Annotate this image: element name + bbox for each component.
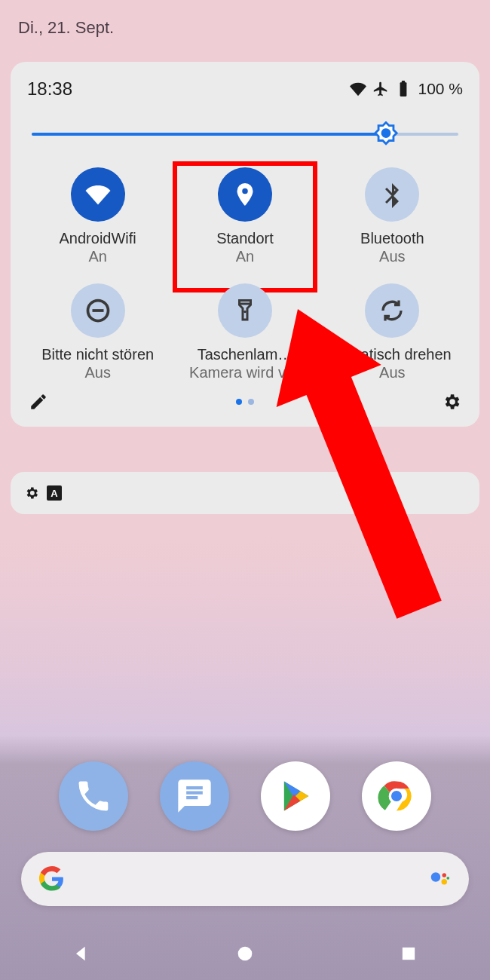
tile-label: Bitte nicht stören [41,345,154,363]
google-logo-icon [39,866,65,892]
assistant-icon [428,868,451,890]
tile-circle [218,283,272,338]
home-icon[interactable] [234,943,256,964]
chrome-icon [377,776,416,816]
airplane-icon [372,81,389,97]
brightness-icon [373,121,399,147]
svg-point-20 [238,947,253,961]
bluetooth-icon [378,181,406,208]
page-indicator [236,399,254,405]
location-icon [231,181,259,208]
wifi-icon [84,181,112,208]
tile-label: Taschenlam… [198,345,293,363]
rotate-icon [378,297,406,324]
battery-percent-label: 100 % [418,80,463,98]
quick-settings-panel: 18:38 100 % AndroidWifi An [11,62,479,427]
tile-wifi[interactable]: AndroidWifi An [24,163,171,270]
recents-icon[interactable] [398,943,419,964]
google-search-bar[interactable] [21,852,469,906]
svg-rect-0 [400,82,407,96]
dock [0,761,490,831]
wifi-icon [350,81,366,97]
messages-icon [175,776,214,816]
app-phone[interactable] [59,761,128,831]
tile-circle [71,283,125,338]
svg-rect-1 [402,81,405,83]
dnd-icon [84,297,112,324]
android-navbar [0,927,490,980]
slider-fill [32,133,386,136]
status-icons: 100 % [350,80,463,98]
clock-label: 18:38 [27,78,72,100]
tile-label: Standort [216,229,274,247]
tile-circle [365,283,419,338]
svg-marker-19 [76,947,85,961]
notification-strip[interactable]: A [11,472,479,514]
tile-label: AndroidWifi [60,229,136,247]
tile-autorotate[interactable]: …matisch drehen Aus [319,279,466,386]
play-icon [276,776,315,816]
tile-state: Aus [379,247,405,265]
tile-state: An [88,247,106,265]
svg-point-3 [381,128,390,138]
svg-rect-21 [402,948,414,960]
tile-bluetooth[interactable]: Bluetooth Aus [319,163,466,270]
tile-state: An [236,247,254,265]
slider-thumb[interactable] [373,121,399,147]
gear-icon [24,485,39,501]
panel-footer [24,386,466,421]
svg-point-7 [243,311,247,314]
tile-state: Aus [379,363,405,381]
battery-icon [395,81,412,97]
app-playstore[interactable] [261,761,330,831]
tile-state: Aus [84,363,110,381]
app-messages[interactable] [160,761,229,831]
tile-label: …matisch drehen [333,345,452,363]
page-dot [236,399,242,405]
svg-point-16 [443,873,447,877]
tile-state: Kamera wird v… [189,363,301,381]
tile-circle [218,167,272,222]
gear-icon[interactable] [442,392,461,412]
tile-circle [365,167,419,222]
back-icon[interactable] [71,943,92,964]
tiles-grid: AndroidWifi An Standort An Bluetooth Aus… [24,163,466,386]
tile-flashlight[interactable]: Taschenlam… Kamera wird v… [171,279,318,386]
flashlight-icon [231,297,259,324]
page-dot [248,399,254,405]
phone-icon [74,776,113,816]
date-label: Di., 21. Sept. [18,18,114,38]
svg-point-15 [431,872,441,882]
edit-icon[interactable] [29,392,48,412]
tile-circle [71,167,125,222]
app-chrome[interactable] [362,761,431,831]
tile-dnd[interactable]: Bitte nicht stören Aus [24,279,171,386]
tile-location[interactable]: Standort An [171,163,318,270]
svg-point-18 [446,877,449,880]
tile-label: Bluetooth [360,229,424,247]
keyboard-icon: A [47,485,62,501]
status-bar: 18:38 100 % [24,75,466,113]
svg-point-17 [442,879,448,885]
brightness-slider[interactable] [32,121,458,148]
